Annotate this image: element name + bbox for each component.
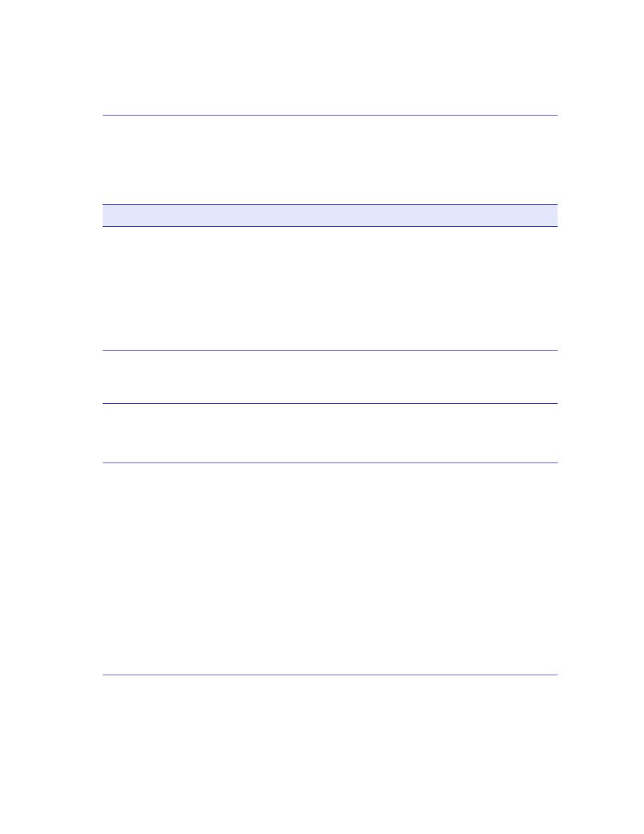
horizontal-rule <box>103 350 558 351</box>
horizontal-rule <box>103 403 558 404</box>
document-page <box>0 0 644 834</box>
highlight-band <box>103 204 558 227</box>
horizontal-rule <box>103 675 558 675</box>
horizontal-rule <box>103 115 558 115</box>
horizontal-rule <box>103 463 558 463</box>
